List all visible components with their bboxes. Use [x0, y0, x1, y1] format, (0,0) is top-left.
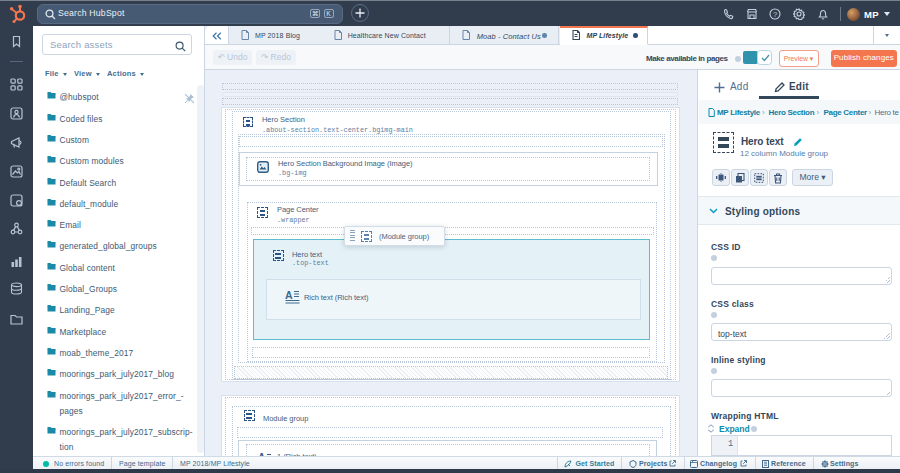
svg-text:A: A: [285, 289, 293, 301]
svg-text:?: ?: [773, 10, 777, 19]
